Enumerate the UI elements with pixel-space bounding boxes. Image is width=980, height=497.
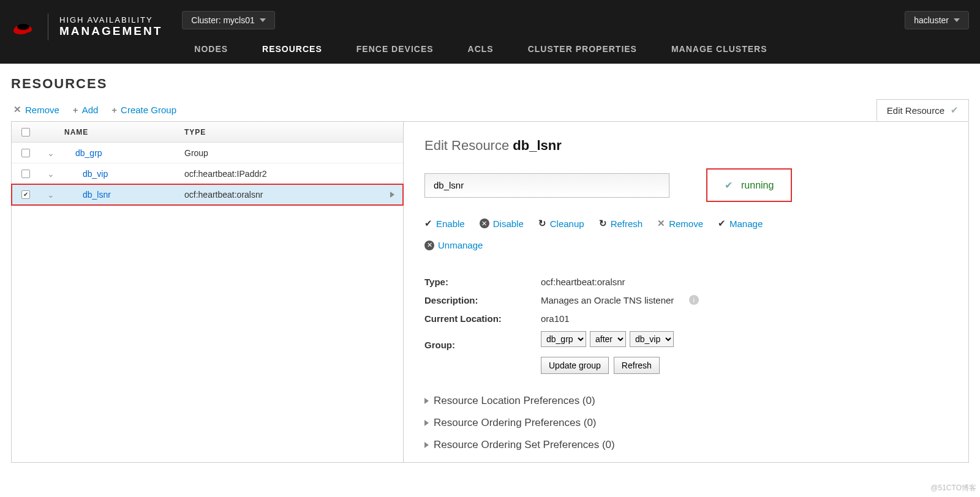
- value-type: ocf:heartbeat:oralsnr: [541, 277, 950, 287]
- brand-line2: MANAGEMENT: [59, 24, 162, 39]
- chevron-down-icon[interactable]: ⌄: [47, 169, 55, 179]
- label-description: Description:: [424, 295, 541, 305]
- label-type: Type:: [424, 277, 541, 287]
- add-action[interactable]: +Add: [73, 105, 98, 115]
- disable-action[interactable]: ✕Disable: [480, 218, 524, 229]
- enable-action[interactable]: ✔Enable: [424, 218, 465, 229]
- detail-panel: Edit Resource db_lsnr ✔ running ✔Enable …: [404, 122, 968, 462]
- label-location: Current Location:: [424, 313, 541, 324]
- detail-tabstrip: Edit Resource ✔: [876, 99, 969, 121]
- close-icon: ✕: [13, 104, 21, 115]
- refresh-icon: ↻: [599, 218, 607, 229]
- refresh-icon: ↻: [538, 218, 546, 229]
- accordion-ordering-set-prefs[interactable]: Resource Ordering Set Preferences (0): [424, 434, 950, 456]
- status-badge: ✔ running: [706, 168, 792, 202]
- row-checkbox[interactable]: [21, 190, 30, 199]
- label-group: Group:: [424, 331, 541, 350]
- check-icon: ✔: [725, 179, 733, 191]
- chevron-down-icon[interactable]: ⌄: [47, 190, 55, 200]
- panel-title-prefix: Edit Resource: [424, 138, 513, 153]
- resource-name-input[interactable]: [424, 173, 669, 198]
- table-row[interactable]: ⌄ db_grp Group: [12, 143, 403, 163]
- chevron-down-icon[interactable]: ⌄: [47, 148, 55, 158]
- user-menu-label: hacluster: [914, 15, 949, 25]
- brand-text: HIGH AVAILABILITY MANAGEMENT: [59, 15, 162, 39]
- list-actions: ✕Remove +Add +Create Group: [11, 100, 179, 121]
- nav-nodes[interactable]: NODES: [177, 34, 245, 64]
- resource-type: ocf:heartbeat:oralsnr: [184, 190, 381, 200]
- table-row[interactable]: ⌄ db_vip ocf:heartbeat:IPaddr2: [12, 163, 403, 184]
- nav-cluster-properties[interactable]: CLUSTER PROPERTIES: [511, 34, 654, 64]
- cleanup-action[interactable]: ↻Cleanup: [538, 218, 584, 229]
- add-link[interactable]: Add: [82, 105, 99, 115]
- resource-name-link[interactable]: db_grp: [75, 148, 102, 158]
- resource-type: ocf:heartbeat:IPaddr2: [184, 169, 381, 179]
- create-group-action[interactable]: +Create Group: [111, 105, 176, 115]
- col-type: TYPE: [184, 128, 381, 136]
- user-menu[interactable]: hacluster: [905, 11, 969, 29]
- ban-icon: ✕: [480, 219, 489, 228]
- caret-right-icon: [424, 442, 429, 448]
- row-checkbox[interactable]: [21, 149, 30, 157]
- redhat-logo-icon: [10, 18, 37, 36]
- unmanage-action[interactable]: ✕Unmanage: [424, 240, 483, 250]
- value-location: ora101: [541, 313, 950, 324]
- panel-title: Edit Resource db_lsnr: [424, 138, 950, 154]
- panel-body: Edit Resource db_lsnr ✔ running ✔Enable …: [404, 122, 968, 462]
- update-group-button[interactable]: Update group: [541, 357, 609, 374]
- accordion-location-prefs[interactable]: Resource Location Preferences (0): [424, 390, 950, 412]
- cluster-selector-label: Cluster: mycls01: [191, 15, 254, 25]
- position-select[interactable]: after: [590, 331, 626, 347]
- col-name: NAME: [62, 128, 184, 136]
- main: RESOURCES ✕Remove +Add +Create Group Edi…: [0, 64, 980, 463]
- preferences-accordion: Resource Location Preferences (0) Resour…: [424, 390, 950, 456]
- caret-right-icon: [390, 192, 394, 198]
- row-checkbox[interactable]: [21, 170, 30, 178]
- create-group-link[interactable]: Create Group: [121, 105, 176, 115]
- group-select[interactable]: db_grp: [541, 331, 586, 347]
- svg-point-0: [17, 24, 29, 30]
- remove-resource-action[interactable]: ✕Remove: [657, 218, 703, 229]
- tab-edit-resource[interactable]: Edit Resource ✔: [876, 99, 969, 121]
- resource-type: Group: [184, 148, 381, 158]
- caret-right-icon: [424, 398, 429, 404]
- resource-name-link[interactable]: db_lsnr: [83, 190, 111, 200]
- table-row-selected[interactable]: ⌄ db_lsnr ocf:heartbeat:oralsnr: [12, 184, 403, 205]
- name-status-row: ✔ running: [424, 168, 950, 202]
- nav-fence-devices[interactable]: FENCE DEVICES: [339, 34, 451, 64]
- ban-icon: ✕: [424, 241, 434, 250]
- caret-down-icon: [260, 18, 266, 22]
- relative-select[interactable]: db_vip: [630, 331, 674, 347]
- table-header: NAME TYPE: [12, 122, 403, 143]
- close-icon: ✕: [657, 218, 665, 229]
- page-title: RESOURCES: [11, 76, 969, 92]
- plus-icon: +: [111, 105, 117, 115]
- nav-manage-clusters[interactable]: MANAGE CLUSTERS: [654, 34, 785, 64]
- remove-action[interactable]: ✕Remove: [13, 104, 59, 115]
- select-all-checkbox[interactable]: [21, 128, 30, 136]
- toolbar-row: ✕Remove +Add +Create Group Edit Resource…: [11, 100, 969, 121]
- main-nav: NODES RESOURCES FENCE DEVICES ACLS CLUST…: [177, 34, 980, 64]
- topbar: HIGH AVAILABILITY MANAGEMENT Cluster: my…: [0, 0, 980, 64]
- accordion-ordering-prefs[interactable]: Resource Ordering Preferences (0): [424, 412, 950, 434]
- refresh-group-button[interactable]: Refresh: [614, 357, 660, 374]
- plus-icon: +: [73, 105, 78, 115]
- properties: Type: ocf:heartbeat:oralsnr Description:…: [424, 272, 950, 374]
- manage-action[interactable]: ✔Manage: [718, 218, 763, 229]
- remove-link[interactable]: Remove: [25, 105, 59, 115]
- check-icon: ✔: [424, 218, 432, 229]
- info-icon[interactable]: i: [689, 295, 699, 305]
- nav-resources[interactable]: RESOURCES: [245, 34, 339, 64]
- refresh-action[interactable]: ↻Refresh: [599, 218, 643, 229]
- tab-label: Edit Resource: [887, 105, 944, 116]
- resource-name-link[interactable]: db_vip: [83, 169, 108, 179]
- cluster-selector[interactable]: Cluster: mycls01: [182, 11, 274, 29]
- check-icon: ✔: [951, 105, 959, 116]
- brand-block: HIGH AVAILABILITY MANAGEMENT: [0, 0, 177, 43]
- nav-acls[interactable]: ACLS: [451, 34, 511, 64]
- resource-list: NAME TYPE ⌄ db_grp Group ⌄ db_vip ocf:he…: [12, 122, 404, 462]
- content-split: NAME TYPE ⌄ db_grp Group ⌄ db_vip ocf:he…: [11, 121, 969, 463]
- value-description: Manages an Oracle TNS listener: [541, 295, 674, 305]
- brand-divider: [48, 13, 48, 40]
- brand-line1: HIGH AVAILABILITY: [59, 15, 162, 25]
